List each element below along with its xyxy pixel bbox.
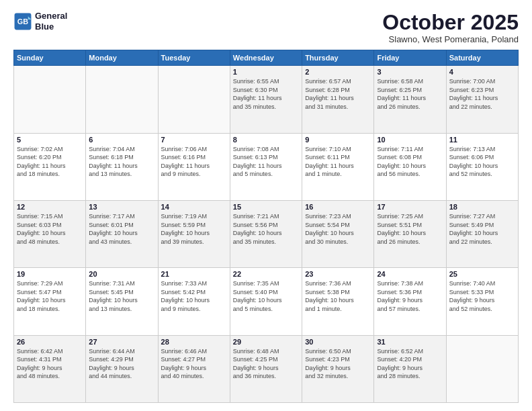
logo-line2: Blue bbox=[35, 21, 67, 32]
day-info: Sunrise: 7:11 AM Sunset: 6:08 PM Dayligh… bbox=[377, 145, 443, 179]
calendar-week-row: 5Sunrise: 7:02 AM Sunset: 6:20 PM Daylig… bbox=[14, 133, 519, 200]
day-info: Sunrise: 6:44 AM Sunset: 4:29 PM Dayligh… bbox=[89, 347, 154, 381]
day-info: Sunrise: 7:40 AM Sunset: 5:33 PM Dayligh… bbox=[449, 279, 515, 313]
day-info: Sunrise: 6:46 AM Sunset: 4:27 PM Dayligh… bbox=[161, 347, 227, 381]
day-number: 1 bbox=[233, 68, 299, 76]
day-number: 18 bbox=[449, 203, 515, 211]
day-info: Sunrise: 6:48 AM Sunset: 4:25 PM Dayligh… bbox=[233, 347, 299, 381]
calendar-week-row: 19Sunrise: 7:29 AM Sunset: 5:47 PM Dayli… bbox=[14, 268, 519, 335]
table-row: 27Sunrise: 6:44 AM Sunset: 4:29 PM Dayli… bbox=[86, 335, 158, 402]
location-subtitle: Slawno, West Pomerania, Poland bbox=[382, 34, 519, 44]
day-info: Sunrise: 6:42 AM Sunset: 4:31 PM Dayligh… bbox=[17, 347, 83, 381]
logo-text: General Blue bbox=[35, 11, 67, 32]
day-info: Sunrise: 7:36 AM Sunset: 5:38 PM Dayligh… bbox=[305, 279, 371, 313]
calendar-body: 1Sunrise: 6:55 AM Sunset: 6:30 PM Daylig… bbox=[14, 66, 519, 403]
day-number: 23 bbox=[305, 270, 371, 278]
table-row bbox=[158, 66, 230, 133]
table-row bbox=[446, 335, 518, 402]
day-number: 4 bbox=[449, 68, 515, 76]
day-info: Sunrise: 7:33 AM Sunset: 5:42 PM Dayligh… bbox=[161, 279, 227, 313]
day-number: 24 bbox=[377, 270, 443, 278]
col-thursday: Thursday bbox=[302, 50, 374, 66]
day-number: 11 bbox=[449, 136, 515, 144]
day-info: Sunrise: 7:31 AM Sunset: 5:45 PM Dayligh… bbox=[89, 279, 154, 313]
table-row: 21Sunrise: 7:33 AM Sunset: 5:42 PM Dayli… bbox=[158, 268, 230, 335]
day-number: 22 bbox=[233, 270, 299, 278]
table-row bbox=[14, 66, 86, 133]
day-info: Sunrise: 7:13 AM Sunset: 6:06 PM Dayligh… bbox=[449, 145, 515, 179]
table-row: 11Sunrise: 7:13 AM Sunset: 6:06 PM Dayli… bbox=[446, 133, 518, 200]
day-info: Sunrise: 6:55 AM Sunset: 6:30 PM Dayligh… bbox=[233, 77, 299, 111]
day-number: 8 bbox=[233, 136, 299, 144]
day-number: 15 bbox=[233, 203, 299, 211]
table-row: 15Sunrise: 7:21 AM Sunset: 5:56 PM Dayli… bbox=[230, 200, 302, 267]
day-info: Sunrise: 7:04 AM Sunset: 6:18 PM Dayligh… bbox=[89, 145, 154, 179]
day-info: Sunrise: 7:29 AM Sunset: 5:47 PM Dayligh… bbox=[17, 279, 83, 313]
table-row: 29Sunrise: 6:48 AM Sunset: 4:25 PM Dayli… bbox=[230, 335, 302, 402]
title-block: October 2025 Slawno, West Pomerania, Pol… bbox=[382, 11, 519, 44]
calendar-week-row: 12Sunrise: 7:15 AM Sunset: 6:03 PM Dayli… bbox=[14, 200, 519, 267]
day-info: Sunrise: 7:35 AM Sunset: 5:40 PM Dayligh… bbox=[233, 279, 299, 313]
table-row: 12Sunrise: 7:15 AM Sunset: 6:03 PM Dayli… bbox=[14, 200, 86, 267]
logo: GB General Blue bbox=[13, 11, 67, 32]
table-row: 22Sunrise: 7:35 AM Sunset: 5:40 PM Dayli… bbox=[230, 268, 302, 335]
logo-line1: General bbox=[35, 11, 67, 21]
calendar-header-row: Sunday Monday Tuesday Wednesday Thursday… bbox=[14, 50, 519, 66]
day-number: 30 bbox=[305, 338, 371, 346]
day-info: Sunrise: 7:19 AM Sunset: 5:59 PM Dayligh… bbox=[161, 212, 227, 246]
table-row: 30Sunrise: 6:50 AM Sunset: 4:23 PM Dayli… bbox=[302, 335, 374, 402]
day-info: Sunrise: 6:50 AM Sunset: 4:23 PM Dayligh… bbox=[305, 347, 371, 381]
table-row: 19Sunrise: 7:29 AM Sunset: 5:47 PM Dayli… bbox=[14, 268, 86, 335]
table-row: 6Sunrise: 7:04 AM Sunset: 6:18 PM Daylig… bbox=[86, 133, 158, 200]
day-number: 12 bbox=[17, 203, 83, 211]
day-number: 9 bbox=[305, 136, 371, 144]
page: GB General Blue October 2025 Slawno, Wes… bbox=[0, 0, 532, 411]
day-info: Sunrise: 6:58 AM Sunset: 6:25 PM Dayligh… bbox=[377, 77, 443, 111]
table-row: 31Sunrise: 6:52 AM Sunset: 4:20 PM Dayli… bbox=[374, 335, 446, 402]
col-tuesday: Tuesday bbox=[158, 50, 230, 66]
table-row: 5Sunrise: 7:02 AM Sunset: 6:20 PM Daylig… bbox=[14, 133, 86, 200]
day-number: 2 bbox=[305, 68, 371, 76]
day-info: Sunrise: 7:06 AM Sunset: 6:16 PM Dayligh… bbox=[161, 145, 227, 179]
calendar-week-row: 1Sunrise: 6:55 AM Sunset: 6:30 PM Daylig… bbox=[14, 66, 519, 133]
table-row: 7Sunrise: 7:06 AM Sunset: 6:16 PM Daylig… bbox=[158, 133, 230, 200]
day-info: Sunrise: 7:00 AM Sunset: 6:23 PM Dayligh… bbox=[449, 77, 515, 111]
day-info: Sunrise: 7:25 AM Sunset: 5:51 PM Dayligh… bbox=[377, 212, 443, 246]
table-row: 20Sunrise: 7:31 AM Sunset: 5:45 PM Dayli… bbox=[86, 268, 158, 335]
table-row: 26Sunrise: 6:42 AM Sunset: 4:31 PM Dayli… bbox=[14, 335, 86, 402]
day-info: Sunrise: 7:21 AM Sunset: 5:56 PM Dayligh… bbox=[233, 212, 299, 246]
calendar-week-row: 26Sunrise: 6:42 AM Sunset: 4:31 PM Dayli… bbox=[14, 335, 519, 402]
table-row bbox=[86, 66, 158, 133]
table-row: 24Sunrise: 7:38 AM Sunset: 5:36 PM Dayli… bbox=[374, 268, 446, 335]
svg-text:GB: GB bbox=[17, 17, 28, 25]
table-row: 1Sunrise: 6:55 AM Sunset: 6:30 PM Daylig… bbox=[230, 66, 302, 133]
logo-icon: GB bbox=[13, 12, 32, 31]
col-friday: Friday bbox=[374, 50, 446, 66]
header: GB General Blue October 2025 Slawno, Wes… bbox=[13, 11, 519, 44]
col-sunday: Sunday bbox=[14, 50, 86, 66]
day-number: 16 bbox=[305, 203, 371, 211]
day-number: 26 bbox=[17, 338, 83, 346]
day-info: Sunrise: 7:08 AM Sunset: 6:13 PM Dayligh… bbox=[233, 145, 299, 179]
day-number: 20 bbox=[89, 270, 154, 278]
table-row: 23Sunrise: 7:36 AM Sunset: 5:38 PM Dayli… bbox=[302, 268, 374, 335]
table-row: 10Sunrise: 7:11 AM Sunset: 6:08 PM Dayli… bbox=[374, 133, 446, 200]
table-row: 2Sunrise: 6:57 AM Sunset: 6:28 PM Daylig… bbox=[302, 66, 374, 133]
day-info: Sunrise: 7:23 AM Sunset: 5:54 PM Dayligh… bbox=[305, 212, 371, 246]
col-saturday: Saturday bbox=[446, 50, 518, 66]
day-number: 19 bbox=[17, 270, 83, 278]
table-row: 28Sunrise: 6:46 AM Sunset: 4:27 PM Dayli… bbox=[158, 335, 230, 402]
day-number: 17 bbox=[377, 203, 443, 211]
day-number: 13 bbox=[89, 203, 154, 211]
day-info: Sunrise: 7:15 AM Sunset: 6:03 PM Dayligh… bbox=[17, 212, 83, 246]
col-monday: Monday bbox=[86, 50, 158, 66]
day-info: Sunrise: 7:17 AM Sunset: 6:01 PM Dayligh… bbox=[89, 212, 154, 246]
day-number: 5 bbox=[17, 136, 83, 144]
day-info: Sunrise: 7:27 AM Sunset: 5:49 PM Dayligh… bbox=[449, 212, 515, 246]
table-row: 14Sunrise: 7:19 AM Sunset: 5:59 PM Dayli… bbox=[158, 200, 230, 267]
day-info: Sunrise: 7:10 AM Sunset: 6:11 PM Dayligh… bbox=[305, 145, 371, 179]
table-row: 17Sunrise: 7:25 AM Sunset: 5:51 PM Dayli… bbox=[374, 200, 446, 267]
day-number: 25 bbox=[449, 270, 515, 278]
calendar-table: Sunday Monday Tuesday Wednesday Thursday… bbox=[13, 50, 519, 403]
day-number: 29 bbox=[233, 338, 299, 346]
